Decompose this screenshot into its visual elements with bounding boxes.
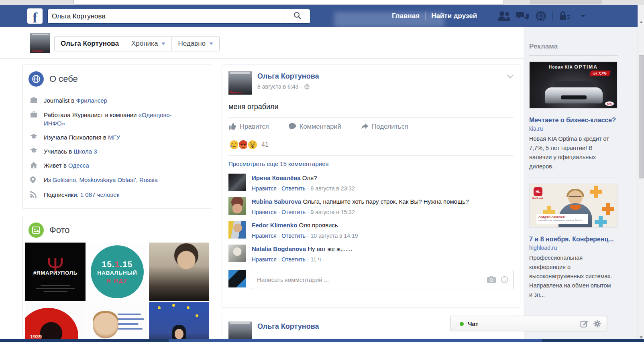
commenter-name-link[interactable]: Natalia Bogdanova [252, 245, 306, 252]
photo-eu-flag-crowd[interactable] [149, 302, 209, 342]
about-link[interactable]: 1 087 человек [80, 191, 119, 198]
notifications-globe-icon[interactable] [532, 5, 550, 27]
meta-separator: · [278, 256, 280, 263]
ad-kia-url[interactable]: kia.ru [529, 125, 618, 132]
friend-requests-icon[interactable] [495, 5, 513, 27]
about-link[interactable]: Школа 3 [73, 148, 97, 155]
ads-divider [529, 178, 618, 178]
commenter-name-link[interactable]: Ирина Ковалёва [252, 174, 301, 181]
facebook-logo[interactable]: f [27, 8, 43, 24]
sort-dropdown[interactable]: Недавно [172, 36, 219, 51]
comment-button[interactable]: Комментарий [288, 122, 341, 130]
share-button[interactable]: Поделиться [361, 122, 408, 130]
account-menu-caret-icon[interactable] [574, 5, 592, 27]
ad-highload-image[interactable]: HL HighLoad Андрей Аксёнов разработчик п… [529, 184, 618, 228]
decor-plus [606, 207, 610, 211]
profile-name-link[interactable]: Ольга Кортунова [55, 36, 125, 51]
chat-settings-gear-icon[interactable] [593, 320, 601, 328]
comment-timestamp[interactable]: 10 августа в 14:19 [311, 233, 358, 239]
nav-find-friends-link[interactable]: Найти друзей [426, 12, 483, 20]
view-more-comments-link[interactable]: Просмотреть еще 15 комментариев [222, 156, 520, 171]
commenter-avatar[interactable] [228, 221, 246, 239]
profile-header-band: Freedom Ольга Кортунова Хроника Недавно [0, 27, 524, 59]
commenter-avatar[interactable] [228, 174, 246, 191]
vertical-scrollbar[interactable] [638, 5, 644, 342]
commenter-name-link[interactable]: Rubina Saburova [252, 198, 301, 205]
privacy-shortcuts-icon[interactable] [555, 5, 574, 27]
ad-kia-image[interactable]: Новая KIA OPTIMA от 7,7% KIA [529, 61, 618, 109]
like-button[interactable]: Нравится [228, 122, 269, 130]
ad-kia: Новая KIA OPTIMA от 7,7% KIA Мечтаете о … [529, 61, 618, 178]
photo-portrait[interactable] [149, 243, 209, 301]
post-menu-chevron-icon[interactable] [507, 73, 514, 80]
comment-reply-link[interactable]: Ответить [281, 256, 306, 263]
about-link[interactable]: МГУ [108, 134, 120, 141]
comment-reply-link[interactable]: Ответить [281, 185, 306, 192]
nav-home-link[interactable]: Главная [386, 12, 425, 20]
commenter-avatar[interactable] [228, 197, 246, 215]
comment-reply-link[interactable]: Ответить [281, 209, 306, 215]
comment-text: Оля? [302, 174, 317, 181]
comment-like-link[interactable]: Нравится [252, 256, 277, 263]
ads-section-title: Реклама [529, 42, 618, 56]
about-link[interactable]: Одесса [68, 162, 89, 169]
messages-icon[interactable] [513, 5, 532, 27]
about-title[interactable]: О себе [49, 74, 78, 84]
ad-kia-headline[interactable]: Мечтаете о бизнес-классе? [529, 117, 618, 124]
profile-avatar-thumbnail[interactable]: Freedom [30, 33, 50, 53]
about-link[interactable]: Фрилансер [76, 97, 108, 104]
timeline-tab-dropdown[interactable]: Хроника [125, 36, 171, 51]
eu-star [196, 314, 198, 317]
viewer-avatar[interactable] [228, 270, 246, 287]
post-author-link[interactable]: Ольга Кортунова [257, 322, 319, 331]
post-author-avatar[interactable]: Freedom [228, 71, 252, 95]
about-link[interactable]: Golitsino, Moskovskaya Oblast', Russia [53, 176, 158, 183]
about-list: Journalist в Фрилансер Работала Журналис… [23, 96, 211, 199]
post-timestamp-link[interactable]: 8 августа в 6:43 [257, 83, 298, 90]
comment-like-link[interactable]: Нравится [252, 233, 277, 239]
commenter-name-link[interactable]: Fedor Klimenko [252, 222, 297, 229]
about-item-work: Journalist в Фрилансер [29, 96, 204, 105]
location-pin-icon [30, 176, 37, 185]
meta-separator: · [278, 185, 280, 192]
photo-mariupol[interactable]: Ψ #ЯМАРИУПОЛЬ [25, 243, 86, 301]
photo-flyer[interactable] [87, 302, 147, 342]
search-input[interactable] [47, 9, 285, 24]
camera-icon[interactable] [487, 276, 496, 283]
new-message-icon[interactable] [580, 320, 588, 328]
reactions-count[interactable]: 41 [261, 141, 269, 148]
chat-bar[interactable]: Чат [450, 316, 607, 331]
comment-timestamp[interactable]: 8 августа в 23:32 [311, 185, 355, 192]
smiley-icon[interactable] [501, 276, 508, 283]
photo-poppy-1939[interactable]: 1939 [25, 302, 86, 342]
ad-highload-headline[interactable]: 7 и 8 ноября. Конференц... [529, 236, 618, 243]
comment-input[interactable] [252, 276, 487, 283]
scroll-up-arrow[interactable] [640, 21, 643, 23]
speaker-role: разработчик поискового движка Sphinx [538, 219, 586, 221]
about-item-current-city: Живет в Одесса [29, 161, 204, 170]
about-text: Подписчики: [44, 191, 80, 198]
post-author-link[interactable]: Ольга Кортунова [257, 72, 319, 81]
scrollbar-thumb[interactable] [639, 55, 644, 178]
badge-name: НАВАЛЬНЫЙ [91, 270, 144, 276]
crowd-figure-face [175, 329, 183, 339]
comment-reply-link[interactable]: Ответить [281, 233, 306, 239]
meta-separator: · [307, 233, 309, 239]
ad-kia-image-model: OPTIMA [574, 64, 598, 70]
commenter-avatar[interactable] [228, 245, 246, 262]
comment-like-link[interactable]: Нравится [252, 209, 277, 215]
photos-title[interactable]: Фото [49, 225, 70, 235]
photo-navalny-badge[interactable]: 15.1.15 НАВАЛЬНЫЙ Я ИДУ [87, 243, 147, 301]
comment-like-link[interactable]: Нравится [252, 185, 277, 192]
post-header: Freedom Ольга Кортунова 8 августа в 6:43… [222, 65, 520, 95]
about-globe-icon [29, 71, 44, 87]
comment-timestamp[interactable]: 9 августа в 15:32 [311, 209, 355, 215]
about-text: Из [44, 176, 53, 183]
home-icon [30, 162, 37, 170]
search-button[interactable] [285, 9, 310, 24]
ad-highload: HL HighLoad Андрей Аксёнов разработчик п… [529, 184, 618, 300]
ad-highload-url[interactable]: highload.ru [529, 245, 618, 251]
comment-timestamp[interactable]: 11 ч [311, 256, 321, 263]
public-globe-icon [304, 84, 310, 89]
wow-reaction-icon[interactable] [247, 139, 258, 150]
